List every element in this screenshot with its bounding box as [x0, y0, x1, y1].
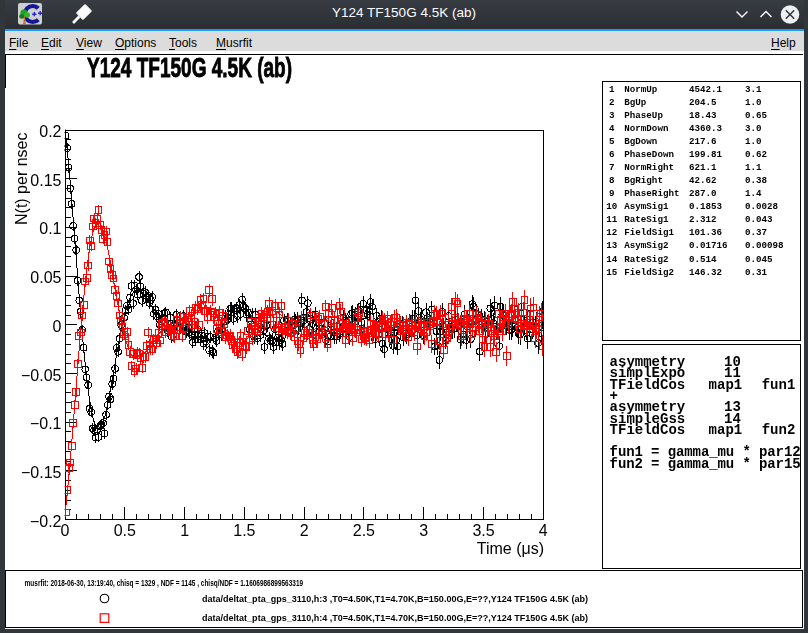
svg-text:BgRight: BgRight	[624, 175, 663, 186]
svg-text:217.6: 217.6	[689, 136, 717, 147]
svg-text:NormDown: NormDown	[624, 123, 668, 134]
svg-text:15: 15	[606, 267, 618, 278]
svg-text:4: 4	[609, 123, 615, 134]
svg-text:7: 7	[609, 162, 615, 173]
svg-text:fun2 = gamma_mu * par15: fun2 = gamma_mu * par15	[610, 456, 801, 472]
svg-text:1.5: 1.5	[233, 522, 255, 539]
svg-text:0.045: 0.045	[745, 254, 773, 265]
svg-text:5: 5	[609, 136, 615, 147]
svg-text:0.65: 0.65	[745, 110, 768, 121]
svg-text:621.1: 621.1	[689, 162, 717, 173]
svg-text:0.62: 0.62	[745, 149, 767, 160]
svg-text:3.5: 3.5	[472, 522, 494, 539]
svg-text:−0.05: −0.05	[21, 367, 62, 384]
svg-text:13: 13	[606, 240, 618, 251]
svg-text:N(t) per nsec: N(t) per nsec	[13, 133, 30, 225]
svg-text:199.81: 199.81	[689, 149, 723, 160]
svg-text:RateSig1: RateSig1	[624, 214, 669, 225]
svg-text:0.0028: 0.0028	[745, 201, 779, 212]
svg-text:0: 0	[61, 522, 70, 539]
svg-text:3.1: 3.1	[745, 84, 762, 95]
svg-text:0: 0	[53, 318, 62, 335]
svg-text:4360.3: 4360.3	[689, 123, 723, 134]
svg-text:2.5: 2.5	[353, 522, 375, 539]
svg-text:AsymSig1: AsymSig1	[624, 201, 669, 212]
svg-text:0.514: 0.514	[689, 254, 717, 265]
svg-text:3: 3	[609, 110, 615, 121]
svg-text:fun2: fun2	[762, 422, 796, 438]
svg-text:1: 1	[180, 522, 189, 539]
svg-text:−0.1: −0.1	[30, 415, 62, 432]
svg-text:0.05: 0.05	[30, 269, 61, 286]
svg-text:musrfit: 2018-06-30, 13:19:40,: musrfit: 2018-06-30, 13:19:40, chisq = 1…	[25, 578, 304, 588]
svg-text:0.15: 0.15	[30, 172, 61, 189]
svg-text:data/deltat_pta_gps_3110,h:4 ,: data/deltat_pta_gps_3110,h:4 ,T0=4.50K,T…	[202, 613, 588, 623]
svg-text:42.62: 42.62	[689, 175, 717, 186]
svg-text:Y124 TF150G 4.5K (ab): Y124 TF150G 4.5K (ab)	[87, 52, 292, 83]
svg-text:0.5: 0.5	[114, 522, 136, 539]
svg-text:18.43: 18.43	[689, 110, 717, 121]
svg-text:11: 11	[606, 214, 618, 225]
svg-text:3.0: 3.0	[745, 123, 762, 134]
svg-text:0.00098: 0.00098	[745, 240, 784, 251]
svg-text:0.01716: 0.01716	[689, 240, 728, 251]
svg-text:14: 14	[606, 254, 618, 265]
svg-text:0.37: 0.37	[745, 227, 767, 238]
svg-text:0.1: 0.1	[39, 220, 61, 237]
svg-text:FieldSig2: FieldSig2	[624, 267, 674, 278]
svg-text:−0.2: −0.2	[30, 513, 62, 530]
svg-text:287.0: 287.0	[689, 188, 717, 199]
svg-text:RateSig2: RateSig2	[624, 254, 668, 265]
svg-text:2.312: 2.312	[689, 214, 717, 225]
svg-text:0.1853: 0.1853	[689, 201, 723, 212]
svg-text:1.4: 1.4	[745, 188, 762, 199]
svg-text:NormUp: NormUp	[624, 84, 658, 95]
svg-text:BgUp: BgUp	[624, 97, 647, 108]
svg-text:0.2: 0.2	[39, 123, 61, 140]
svg-text:12: 12	[606, 227, 617, 238]
svg-text:data/deltat_pta_gps_3110,h:3 ,: data/deltat_pta_gps_3110,h:3 ,T0=4.50K,T…	[202, 594, 588, 604]
svg-text:PhaseRight: PhaseRight	[624, 188, 679, 199]
svg-text:PhaseDown: PhaseDown	[624, 149, 674, 160]
svg-text:map1: map1	[709, 422, 743, 438]
svg-text:6: 6	[609, 149, 615, 160]
svg-text:TFieldCos: TFieldCos	[610, 377, 686, 393]
svg-text:10: 10	[606, 201, 617, 212]
svg-text:1: 1	[609, 84, 615, 95]
svg-text:Time (μs): Time (μs)	[477, 540, 544, 557]
svg-text:0.043: 0.043	[745, 214, 773, 225]
svg-text:PhaseUp: PhaseUp	[624, 110, 663, 121]
svg-text:4542.1: 4542.1	[689, 84, 723, 95]
svg-text:1.1: 1.1	[745, 162, 762, 173]
svg-text:TFieldCos: TFieldCos	[610, 422, 686, 438]
svg-text:NormRight: NormRight	[624, 162, 674, 173]
svg-text:2: 2	[609, 97, 615, 108]
svg-text:1.0: 1.0	[745, 97, 762, 108]
svg-text:2: 2	[300, 522, 309, 539]
svg-text:fun1: fun1	[762, 377, 796, 393]
svg-text:0.31: 0.31	[745, 267, 768, 278]
svg-text:4: 4	[539, 522, 548, 539]
svg-text:3: 3	[419, 522, 428, 539]
svg-text:101.36: 101.36	[689, 227, 722, 238]
svg-text:map1: map1	[709, 377, 743, 393]
svg-text:−0.15: −0.15	[21, 464, 62, 481]
svg-text:AsymSig2: AsymSig2	[624, 240, 668, 251]
svg-text:BgDown: BgDown	[624, 136, 657, 147]
svg-text:FieldSig1: FieldSig1	[624, 227, 674, 238]
svg-text:146.32: 146.32	[689, 267, 722, 278]
svg-text:204.5: 204.5	[689, 97, 717, 108]
svg-text:1.0: 1.0	[745, 136, 762, 147]
svg-text:8: 8	[609, 175, 615, 186]
svg-text:9: 9	[609, 188, 615, 199]
svg-text:0.38: 0.38	[745, 175, 768, 186]
